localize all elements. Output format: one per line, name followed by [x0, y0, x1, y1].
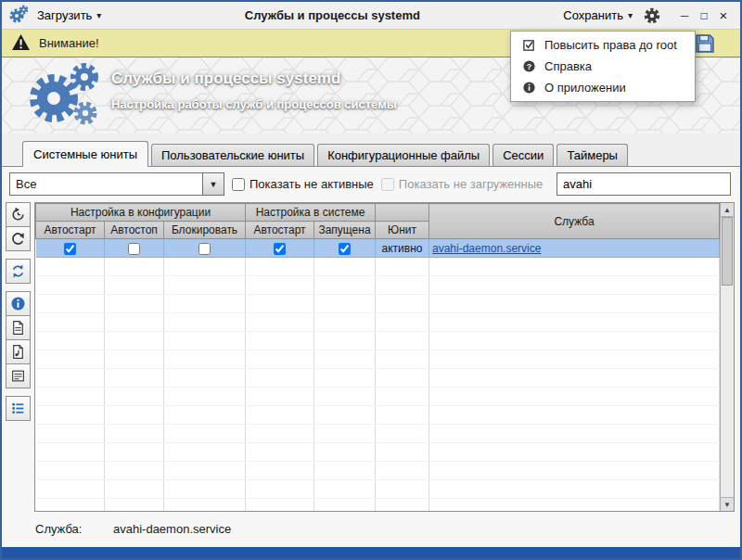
arrow-up-icon: ▲ — [723, 206, 731, 214]
menu-item-help[interactable]: ? Справка — [511, 56, 695, 77]
scrollbar-thumb[interactable] — [722, 217, 733, 286]
menu-item-label: О приложении — [544, 81, 626, 95]
menu-item-elevate-root[interactable]: Повысить права до root — [511, 34, 695, 56]
save-button-label: Сохранить — [563, 8, 623, 22]
warning-icon — [11, 33, 31, 54]
filter-row: Все ▼ Показать не активные Показать не з… — [2, 167, 740, 200]
arrow-down-icon: ▼ — [723, 501, 731, 509]
unit-list-button[interactable] — [6, 396, 31, 421]
load-button[interactable]: Загрузить ▾ — [33, 6, 105, 24]
about-icon — [522, 81, 536, 95]
window-controls: ─ □ × — [675, 6, 733, 25]
block-conf-checkbox[interactable] — [198, 243, 211, 255]
document-icon — [10, 320, 26, 336]
history-button[interactable] — [6, 202, 31, 227]
units-table-container: Настройка в конфигурации Настройка в сис… — [34, 202, 735, 512]
column-header-autostop-conf: Автостоп — [105, 222, 164, 239]
autostart-sys-checkbox[interactable] — [274, 243, 286, 255]
hero-title: Службы и процессы systemd — [111, 70, 397, 88]
table-row-empty[interactable] — [36, 406, 720, 425]
close-button[interactable]: × — [714, 6, 733, 25]
autostop-conf-checkbox[interactable] — [128, 243, 140, 255]
minimize-button[interactable]: ─ — [675, 6, 694, 25]
menu-item-label: Справка — [544, 59, 592, 73]
menu-item-about[interactable]: О приложении — [511, 77, 695, 98]
autostart-conf-checkbox[interactable] — [64, 243, 76, 255]
scroll-up-button[interactable]: ▲ — [721, 203, 734, 217]
column-header-service: Служба — [429, 204, 720, 239]
log-icon — [10, 368, 26, 384]
table-row-empty[interactable] — [36, 499, 720, 513]
app-icon — [9, 5, 28, 26]
main-area: Настройка в конфигурации Настройка в сис… — [2, 200, 740, 512]
list-icon — [10, 401, 26, 416]
table-row-empty[interactable] — [36, 258, 720, 276]
show-inactive-checkbox[interactable] — [232, 178, 245, 191]
running-sys-checkbox[interactable] — [339, 243, 351, 255]
chevron-down-icon: ▾ — [628, 10, 633, 20]
svg-text:?: ? — [527, 62, 531, 71]
app-window: Загрузить ▾ Службы и процессы systemd Со… — [0, 0, 742, 560]
group-header-empty — [376, 204, 429, 222]
unit-journal-button[interactable] — [6, 339, 31, 364]
table-row-empty[interactable] — [36, 480, 720, 499]
table-row-empty[interactable] — [36, 443, 720, 462]
units-table: Настройка в конфигурации Настройка в сис… — [35, 203, 720, 512]
table-row-selected[interactable]: активно avahi-daemon.service — [36, 239, 720, 258]
history-icon — [10, 207, 26, 223]
tab-sessions[interactable]: Сессии — [493, 144, 554, 166]
search-input[interactable] — [556, 172, 731, 196]
unit-status-cell: активно — [376, 239, 429, 258]
sync-button[interactable] — [6, 259, 31, 284]
maximize-button[interactable]: □ — [695, 6, 713, 25]
tab-panel: Все ▼ Показать не активные Показать не з… — [2, 166, 740, 553]
unit-filter-combobox[interactable]: Все ▼ — [9, 172, 224, 196]
table-row-empty[interactable] — [36, 350, 720, 369]
tab-timers[interactable]: Таймеры — [556, 144, 628, 166]
table-row-empty[interactable] — [36, 369, 720, 388]
info-icon — [10, 296, 26, 312]
show-unloaded-label: Показать не загруженные — [399, 177, 543, 191]
table-row-empty[interactable] — [36, 462, 720, 480]
gear-icon — [644, 7, 660, 24]
window-title: Службы и процессы systemd — [110, 8, 554, 22]
load-button-label: Загрузить — [37, 8, 92, 22]
vertical-scrollbar[interactable]: ▲ ▼ — [720, 203, 734, 511]
service-detail-value: avahi-daemon.service — [113, 522, 231, 536]
left-toolbar — [6, 202, 32, 420]
table-row-empty[interactable] — [36, 313, 720, 332]
table-row-empty[interactable] — [36, 276, 720, 295]
scroll-down-button[interactable]: ▼ — [721, 497, 734, 511]
column-header-autostart-sys: Автостарт — [246, 222, 314, 239]
unit-file-button[interactable] — [6, 315, 31, 340]
status-bar — [2, 547, 740, 558]
tab-system-units[interactable]: Системные юниты — [22, 141, 148, 167]
chevron-down-icon: ▼ — [210, 180, 218, 189]
combobox-dropdown-button[interactable]: ▼ — [202, 173, 224, 195]
log-button[interactable] — [6, 363, 31, 388]
table-row-empty[interactable] — [36, 425, 720, 443]
save-file-button[interactable] — [694, 32, 716, 55]
refresh-icon — [10, 231, 26, 247]
column-header-running-sys: Запущена — [314, 222, 376, 239]
save-button[interactable]: Сохранить ▾ — [559, 6, 636, 24]
tab-user-units[interactable]: Пользовательские юниты — [151, 144, 314, 166]
show-inactive-checkbox-group: Показать не активные — [232, 177, 374, 191]
refresh-button[interactable] — [6, 226, 31, 251]
group-header-config: Настройка в конфигурации — [36, 204, 246, 222]
table-row-empty[interactable] — [36, 295, 720, 313]
table-row-empty[interactable] — [36, 332, 720, 350]
column-header-unit: Юнит — [376, 222, 429, 239]
elevate-root-icon — [522, 38, 536, 52]
unit-info-button[interactable] — [6, 291, 31, 316]
table-row-empty[interactable] — [36, 388, 720, 406]
column-header-block-conf: Блокировать — [164, 222, 246, 239]
column-header-autostart-conf: Автостарт — [36, 222, 105, 239]
tab-config-files[interactable]: Конфигурационные файлы — [317, 144, 490, 166]
chevron-down-icon: ▾ — [96, 10, 101, 20]
titlebar: Загрузить ▾ Службы и процессы systemd Со… — [2, 2, 740, 29]
settings-gear-button[interactable] — [642, 6, 662, 26]
service-detail-label: Служба: — [35, 522, 113, 536]
floppy-icon — [694, 32, 716, 55]
service-link[interactable]: avahi-daemon.service — [432, 242, 541, 255]
